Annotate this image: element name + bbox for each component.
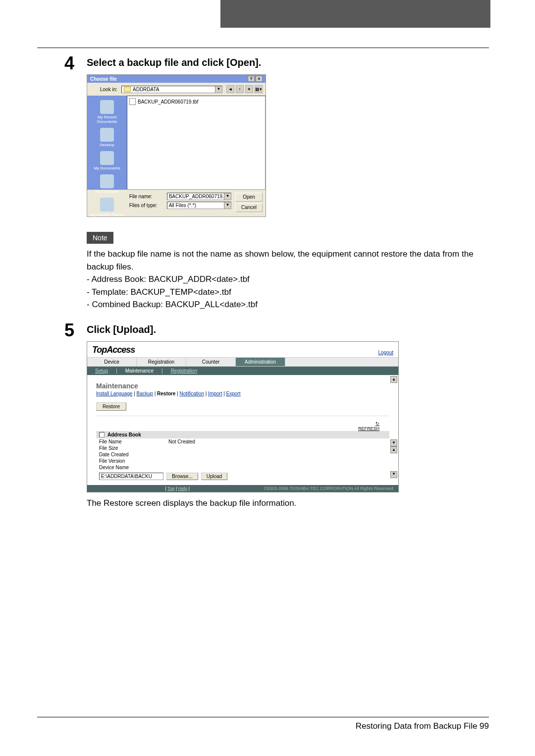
step-number-4: 4 xyxy=(64,53,74,74)
topaccess-footer: | Top | Help | ©2003-2006 TOSHIBA TEC CO… xyxy=(87,485,398,492)
dialog-titlebar: Choose file ? × xyxy=(87,75,266,83)
dialog-title: Choose file xyxy=(90,76,117,82)
header-gray-block xyxy=(220,0,490,28)
file-icon xyxy=(129,98,136,105)
open-button[interactable]: Open xyxy=(235,193,263,202)
sidebar-desktop[interactable]: Desktop xyxy=(87,126,127,149)
link-export[interactable]: Export xyxy=(226,391,241,396)
main-tabs: Device Registration Counter Administrati… xyxy=(87,357,398,367)
top-horizontal-rule xyxy=(37,48,489,48)
filetype-dropdown[interactable]: All Files (*.*) ▼ xyxy=(167,202,231,209)
lookin-value: ADDRDATA xyxy=(133,87,160,92)
address-book-section: Address Book xyxy=(96,431,389,438)
topaccess-logo: TopAccess xyxy=(92,345,135,355)
chevron-down-icon[interactable]: ▼ xyxy=(215,86,222,93)
filename-info-value: Not Created xyxy=(168,439,195,444)
link-install-language[interactable]: Install Language xyxy=(96,391,132,396)
footer-rule xyxy=(37,717,489,717)
help-button[interactable]: ? xyxy=(248,76,255,82)
back-icon[interactable]: ◄ xyxy=(226,85,234,93)
scroll-up-icon-2[interactable]: ▲ xyxy=(390,446,397,453)
refresh-link[interactable]: ↻ REFRESH xyxy=(96,421,389,431)
footer-help-link[interactable]: Help xyxy=(178,486,188,491)
address-book-checkbox[interactable] xyxy=(99,432,105,437)
chevron-down-icon[interactable]: ▼ xyxy=(224,193,231,200)
file-list-area[interactable]: BACKUP_ADDR060719.tbf xyxy=(127,96,266,190)
lookin-dropdown[interactable]: ADDRDATA ▼ xyxy=(121,86,222,93)
recent-docs-icon xyxy=(100,100,114,114)
footer-top-link[interactable]: Top xyxy=(167,486,175,491)
note-text: If the backup file name is not the name … xyxy=(87,248,490,273)
lookin-label: Look in: xyxy=(90,87,117,92)
file-path-input[interactable]: E:\ADDRDATA\BACKU xyxy=(99,473,163,480)
note-label: Note xyxy=(87,232,113,244)
sidebar-my-computer[interactable]: My Computer xyxy=(87,172,127,196)
note-item-2: - Template: BACKUP_TEMP<date>.tbf xyxy=(87,286,490,299)
divider xyxy=(96,416,389,416)
link-notification[interactable]: Notification xyxy=(179,391,204,396)
subtab-setup[interactable]: Setup xyxy=(87,367,116,375)
filesize-info-label: File Size xyxy=(99,445,168,451)
page-footer-text: Restoring Data from Backup File 99 xyxy=(37,721,489,731)
tab-device[interactable]: Device xyxy=(87,358,137,366)
file-item-name: BACKUP_ADDR060719.tbf xyxy=(138,99,198,105)
device-info-label: Device Name xyxy=(99,465,168,470)
folder-icon xyxy=(124,87,131,92)
new-folder-icon[interactable]: ✦ xyxy=(245,85,253,93)
close-button[interactable]: × xyxy=(256,76,263,82)
version-info-label: File Version xyxy=(99,458,168,464)
subtab-registration[interactable]: Registration xyxy=(163,367,205,375)
refresh-icon: ↻ xyxy=(375,421,379,426)
subtab-maintenance[interactable]: Maintenance xyxy=(117,367,161,375)
file-item[interactable]: BACKUP_ADDR060719.tbf xyxy=(129,98,264,106)
places-sidebar: My Recent Documents Desktop My Documents… xyxy=(87,96,127,190)
maintenance-heading: Maintenance xyxy=(96,382,389,390)
browse-button[interactable]: Browse... xyxy=(166,473,198,480)
step5-caption: The Restore screen displays the backup f… xyxy=(87,498,490,508)
sidebar-my-recent[interactable]: My Recent Documents xyxy=(87,98,127,126)
tab-registration[interactable]: Registration xyxy=(137,358,186,366)
chevron-down-icon[interactable]: ▼ xyxy=(224,202,231,209)
scroll-down-icon[interactable]: ▼ xyxy=(390,439,397,446)
step4-title: Select a backup file and click [Open]. xyxy=(87,57,490,68)
sub-tabs: Setup | Maintenance | Registration xyxy=(87,367,398,375)
note-item-1: - Address Book: BACKUP_ADDR<date>.tbf xyxy=(87,273,490,286)
cancel-button[interactable]: Cancel xyxy=(235,203,263,212)
my-computer-icon xyxy=(100,174,114,188)
step-number-5: 5 xyxy=(64,320,74,341)
link-import[interactable]: Import xyxy=(208,391,222,396)
filetype-label: Files of type: xyxy=(129,203,164,208)
topaccess-screenshot: TopAccess Logout Device Registration Cou… xyxy=(87,341,399,492)
tab-counter[interactable]: Counter xyxy=(186,358,236,366)
tab-administration[interactable]: Administration xyxy=(236,358,285,366)
filename-label: File name: xyxy=(129,194,164,199)
scroll-down-icon-2[interactable]: ▼ xyxy=(390,471,397,478)
link-backup[interactable]: Backup xyxy=(137,391,153,396)
view-menu-icon[interactable]: ▦▾ xyxy=(255,85,263,93)
date-info-label: Date Created xyxy=(99,452,168,457)
address-book-label: Address Book xyxy=(107,432,141,437)
filename-input[interactable]: BACKUP_ADDR060719.tbf ▼ xyxy=(167,193,231,200)
step5-title: Click [Upload]. xyxy=(87,324,490,335)
restore-button[interactable]: Restore xyxy=(96,402,126,411)
link-restore[interactable]: Restore xyxy=(157,391,175,396)
maintenance-links: Install Language | Backup | Restore | No… xyxy=(96,391,389,396)
desktop-icon xyxy=(100,128,114,142)
upload-button[interactable]: Upload xyxy=(201,473,228,480)
up-folder-icon[interactable]: ↑ xyxy=(236,85,244,93)
note-item-3: - Combined Backup: BACKUP_ALL<date>.tbf xyxy=(87,298,490,311)
my-documents-icon xyxy=(100,151,114,165)
filename-info-label: File Name xyxy=(99,439,168,444)
choose-file-dialog: Choose file ? × Look in: ADDRDATA ▼ ◄ xyxy=(87,74,266,217)
footer-copyright: ©2003-2006 TOSHIBA TEC CORPORATION All R… xyxy=(264,486,394,491)
logout-link[interactable]: Logout xyxy=(378,350,393,355)
scroll-up-icon[interactable]: ▲ xyxy=(390,376,397,383)
sidebar-my-documents[interactable]: My Documents xyxy=(87,149,127,172)
